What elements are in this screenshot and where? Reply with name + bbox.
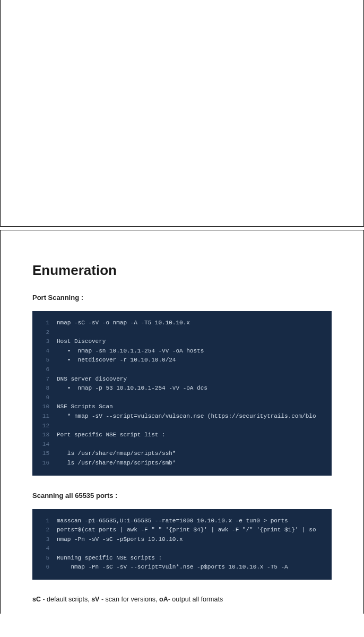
subheading-port-scanning: Port Scanning : (32, 294, 332, 302)
code-text: ports=$(cat ports | awk -F " " '{print $… (57, 526, 316, 535)
subheading-all-ports: Scanning all 65535 ports : (32, 492, 332, 500)
code-text: nmap -Pn -sV -sC -p$ports 10.10.10.x (57, 535, 183, 545)
line-number: 2 (38, 526, 49, 535)
code-text: • nmap -sn 10.10.1.1-254 -vv -oA hosts (57, 347, 204, 356)
line-number: 2 (38, 328, 49, 338)
code-text: • netdiscover -r 10.10.10.0/24 (57, 356, 176, 365)
code-line: 13Port specific NSE script list : (38, 431, 326, 440)
line-number: 4 (38, 544, 49, 554)
legend-oa: oA (159, 596, 168, 603)
code-line: 2ports=$(cat ports | awk -F " " '{print … (38, 526, 326, 535)
code-line: 5Running specific NSE scripts : (38, 554, 326, 563)
line-number: 1 (38, 318, 49, 328)
code-line: 7DNS server discovery (38, 375, 326, 384)
line-number: 5 (38, 554, 49, 563)
code-text: Host Discovery (57, 337, 106, 347)
code-line: 14 (38, 440, 326, 450)
line-number: 15 (38, 449, 49, 459)
line-number: 5 (38, 356, 49, 365)
code-line: 4 (38, 544, 326, 554)
line-number: 11 (38, 412, 49, 421)
code-line: 3nmap -Pn -sV -sC -p$ports 10.10.10.x (38, 535, 326, 545)
code-text: Port specific NSE script list : (57, 431, 166, 440)
section-heading: Enumeration (32, 262, 332, 279)
code-line: 6 nmap -Pn -sC -sV --script=vuln*.nse -p… (38, 563, 326, 572)
line-number: 12 (38, 421, 49, 431)
line-number: 1 (38, 517, 49, 526)
code-text: nmap -Pn -sC -sV --script=vuln*.nse -p$p… (57, 563, 288, 572)
blank-region (0, 0, 364, 227)
legend-sv: sV (91, 596, 99, 603)
line-number: 6 (38, 365, 49, 375)
code-line: 2 (38, 328, 326, 338)
line-number: 10 (38, 402, 49, 412)
code-line: 10NSE Scripts Scan (38, 402, 326, 412)
code-line: 11 * nmap -sV --script=vulscan/vulscan.n… (38, 412, 326, 421)
code-text: masscan -p1-65535,U:1-65535 --rate=1000 … (57, 517, 288, 526)
line-number: 14 (38, 440, 49, 450)
code-line: 12 (38, 421, 326, 431)
line-number: 4 (38, 347, 49, 356)
code-text: DNS server discovery (57, 375, 127, 384)
code-line: 3Host Discovery (38, 337, 326, 347)
code-text: * nmap -sV --script=vulscan/vulscan.nse … (57, 412, 316, 421)
code-line: 8 • nmap -p 53 10.10.10.1-254 -vv -oA dc… (38, 384, 326, 393)
code-line: 15 ls /usr/share/nmap/scripts/ssh* (38, 449, 326, 459)
code-block-all-ports: 1masscan -p1-65535,U:1-65535 --rate=1000… (32, 509, 332, 580)
line-number: 13 (38, 431, 49, 440)
code-line: 4 • nmap -sn 10.10.1.1-254 -vv -oA hosts (38, 347, 326, 356)
line-number: 6 (38, 563, 49, 572)
code-text: • nmap -p 53 10.10.10.1-254 -vv -oA dcs (57, 384, 207, 393)
flags-legend: sC - default scripts, sV - scan for vers… (32, 596, 332, 603)
code-text: ls /usr/share/nmap/scripts/ssh* (57, 449, 176, 459)
code-line: 1nmap -sC -sV -o nmap -A -T5 10.10.10.x (38, 318, 326, 328)
line-number: 9 (38, 393, 49, 403)
code-line: 1masscan -p1-65535,U:1-65535 --rate=1000… (38, 517, 326, 526)
line-number: 8 (38, 384, 49, 393)
code-text: Running specific NSE scripts : (57, 554, 162, 563)
code-line: 9 (38, 393, 326, 403)
code-text: ls /usr/share/nmap/scripts/smb* (57, 459, 176, 468)
line-number: 16 (38, 459, 49, 468)
code-line: 6 (38, 365, 326, 375)
legend-sc: sC (32, 596, 41, 603)
code-line: 16 ls /usr/share/nmap/scripts/smb* (38, 459, 326, 468)
line-number: 3 (38, 535, 49, 545)
code-text: NSE Scripts Scan (57, 402, 113, 412)
code-line: 5 • netdiscover -r 10.10.10.0/24 (38, 356, 326, 365)
code-block-port-scanning: 1nmap -sC -sV -o nmap -A -T5 10.10.10.x2… (32, 311, 332, 476)
line-number: 3 (38, 337, 49, 347)
code-text: nmap -sC -sV -o nmap -A -T5 10.10.10.x (57, 318, 190, 328)
document-content: Enumeration Port Scanning : 1nmap -sC -s… (0, 230, 364, 614)
line-number: 7 (38, 375, 49, 384)
